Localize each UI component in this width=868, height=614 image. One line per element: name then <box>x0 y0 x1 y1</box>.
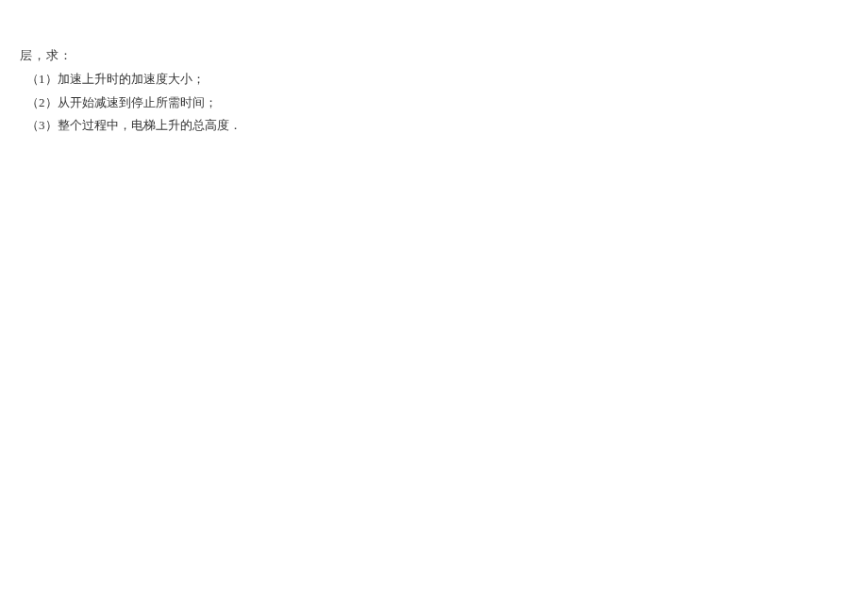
problem-intro: 层，求： <box>20 46 868 66</box>
problem-item-3: （3）整个过程中，电梯上升的总高度． <box>20 116 868 136</box>
problem-item-2: （2）从开始减速到停止所需时间； <box>20 93 868 113</box>
problem-item-1: （1）加速上升时的加速度大小； <box>20 70 868 90</box>
